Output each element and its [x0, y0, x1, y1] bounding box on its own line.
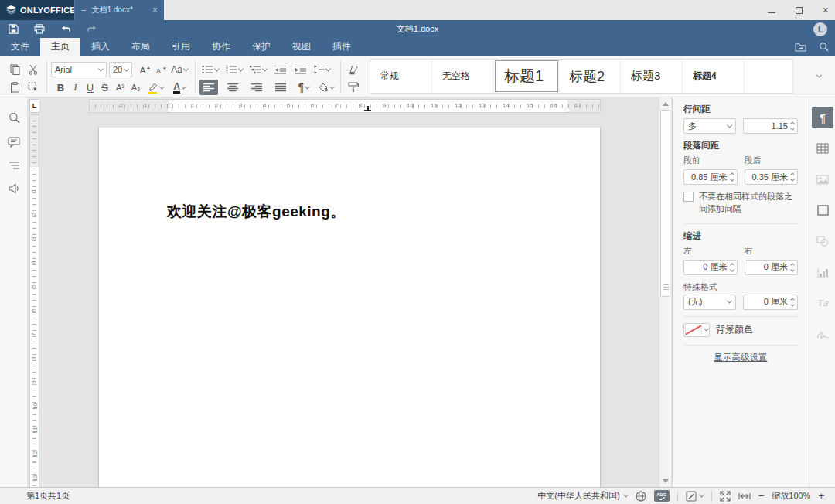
- special-indent-spinbox[interactable]: 0 厘米: [743, 295, 798, 310]
- subscript-button[interactable]: A₂: [128, 80, 143, 95]
- document-page[interactable]: 欢迎关注@极客geeking。: [98, 128, 601, 487]
- ribbon-tab[interactable]: 视图: [281, 38, 322, 56]
- track-changes-button[interactable]: [686, 491, 704, 502]
- window-maximize-icon[interactable]: [796, 7, 803, 14]
- tab-stop-selector[interactable]: L: [29, 99, 39, 113]
- align-justify-button[interactable]: [271, 80, 290, 95]
- strikeout-button[interactable]: S: [98, 80, 111, 95]
- indent-left-spinbox[interactable]: 0 厘米: [683, 260, 738, 275]
- spinner-arrows[interactable]: [791, 122, 794, 130]
- line-spacing-select[interactable]: 多: [683, 118, 736, 134]
- horizontal-ruler[interactable]: 211234567891011121314151617: [89, 99, 601, 113]
- change-case-button[interactable]: Aa: [169, 62, 189, 77]
- bold-button[interactable]: B: [54, 80, 67, 95]
- first-line-indent-marker[interactable]: [166, 100, 174, 104]
- paragraph-settings-icon[interactable]: ¶: [812, 107, 833, 128]
- copy-style-button[interactable]: [345, 80, 362, 95]
- user-avatar[interactable]: L: [813, 22, 827, 36]
- open-file-location-icon[interactable]: [795, 43, 806, 52]
- copy-button[interactable]: [6, 62, 23, 77]
- italic-button[interactable]: I: [69, 80, 82, 95]
- scroll-down-icon[interactable]: [659, 475, 671, 487]
- style-item[interactable]: 标题2: [559, 60, 621, 93]
- spacing-after-spinbox[interactable]: 0.35 厘米: [745, 169, 799, 185]
- document-canvas[interactable]: 欢迎关注@极客geeking。: [39, 114, 659, 487]
- scrollbar-thumb[interactable]: [660, 110, 670, 297]
- paragraph-shading-button[interactable]: [315, 80, 336, 95]
- spinner-arrows[interactable]: [731, 173, 734, 181]
- indent-right-spinbox[interactable]: 0 厘米: [745, 260, 799, 275]
- spinner-arrows[interactable]: [731, 264, 734, 271]
- vertical-scrollbar[interactable]: [659, 97, 671, 487]
- styles-gallery-more-button[interactable]: [809, 59, 829, 94]
- align-center-button[interactable]: [223, 80, 242, 95]
- spinner-arrows[interactable]: [791, 264, 794, 271]
- ribbon-tab[interactable]: 引用: [161, 38, 201, 56]
- style-item-empty[interactable]: [745, 60, 792, 93]
- style-item[interactable]: 无空格: [432, 60, 494, 93]
- signature-settings-icon[interactable]: [812, 323, 833, 345]
- spacing-before-spinbox[interactable]: 0.85 厘米: [683, 169, 738, 185]
- superscript-button[interactable]: A²: [113, 80, 128, 95]
- align-left-button[interactable]: [199, 80, 218, 95]
- table-settings-icon[interactable]: [812, 138, 833, 159]
- zoom-out-button[interactable]: −: [758, 490, 765, 502]
- font-color-button[interactable]: A: [169, 80, 190, 95]
- spinner-arrows[interactable]: [791, 173, 794, 181]
- nonprinting-characters-button[interactable]: ¶: [293, 80, 315, 95]
- comments-icon[interactable]: [6, 135, 22, 150]
- cut-button[interactable]: [25, 62, 42, 77]
- font-size-combo[interactable]: 20: [109, 62, 132, 77]
- numbering-button[interactable]: 123: [223, 62, 245, 77]
- special-indent-select[interactable]: (无): [683, 295, 736, 310]
- tab-stop-marker[interactable]: [364, 106, 371, 111]
- ribbon-tab[interactable]: 协作: [201, 38, 241, 56]
- page-count-indicator[interactable]: 第1页共1页: [26, 490, 70, 502]
- style-item[interactable]: 标题1: [494, 60, 559, 93]
- zoom-level-label[interactable]: 缩放100%: [772, 490, 810, 502]
- increase-indent-button[interactable]: [291, 62, 308, 77]
- ribbon-tab[interactable]: 保护: [241, 38, 281, 56]
- line-spacing-spinbox[interactable]: 1.15: [743, 118, 798, 134]
- zoom-in-button[interactable]: +: [818, 490, 824, 502]
- background-color-swatch[interactable]: [683, 323, 710, 337]
- same-style-spacing-checkbox[interactable]: [683, 192, 694, 202]
- align-right-button[interactable]: [247, 80, 266, 95]
- ribbon-tab[interactable]: 主页: [40, 38, 80, 56]
- decrease-indent-button[interactable]: [271, 62, 288, 77]
- document-tab[interactable]: ≡ 文档1.docx* ×: [74, 0, 164, 20]
- shape-settings-icon[interactable]: [812, 230, 833, 252]
- spinner-arrows[interactable]: [791, 298, 794, 306]
- multilevel-list-button[interactable]: [247, 62, 269, 77]
- paste-button[interactable]: [6, 80, 23, 95]
- vertical-ruler[interactable]: 12345678910111213: [29, 114, 39, 487]
- document-paragraph[interactable]: 欢迎关注@极客geeking。: [167, 202, 600, 222]
- feedback-icon[interactable]: [6, 181, 22, 196]
- underline-button[interactable]: U: [84, 80, 97, 95]
- ribbon-tab[interactable]: 文件: [0, 38, 40, 56]
- font-family-combo[interactable]: Arial: [51, 62, 107, 77]
- image-settings-icon[interactable]: [812, 169, 833, 190]
- tab-menu-icon[interactable]: ≡: [81, 5, 86, 15]
- style-item[interactable]: 标题4: [683, 60, 745, 93]
- highlight-color-button[interactable]: [145, 80, 166, 95]
- decrease-font-size-button[interactable]: A: [153, 62, 169, 77]
- chart-settings-icon[interactable]: [812, 261, 833, 283]
- left-indent-marker[interactable]: [166, 107, 174, 111]
- fit-width-icon[interactable]: [738, 492, 751, 500]
- show-advanced-settings-link[interactable]: 显示高级设置: [714, 352, 768, 362]
- language-selector[interactable]: 中文(中华人民共和国): [537, 490, 627, 502]
- window-close-icon[interactable]: ×: [823, 5, 829, 15]
- ribbon-tab[interactable]: 布局: [121, 38, 161, 56]
- ribbon-tab[interactable]: 插件: [322, 38, 362, 56]
- spell-check-icon[interactable]: ABC: [654, 490, 670, 502]
- select-all-button[interactable]: [25, 80, 42, 95]
- window-minimize-icon[interactable]: [768, 12, 775, 13]
- set-language-globe-icon[interactable]: [636, 491, 646, 502]
- bullets-button[interactable]: [199, 62, 221, 77]
- line-spacing-button[interactable]: [310, 62, 333, 77]
- right-indent-marker[interactable]: [564, 107, 571, 111]
- style-item[interactable]: 标题3: [621, 60, 683, 93]
- find-icon[interactable]: [6, 110, 22, 125]
- ribbon-tab[interactable]: 插入: [80, 38, 121, 56]
